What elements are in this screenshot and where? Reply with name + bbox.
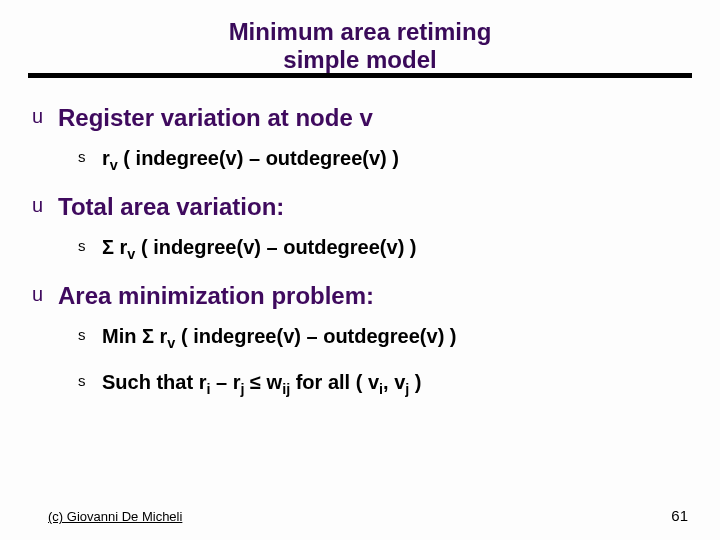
title-block: Minimum area retiming simple model: [28, 18, 692, 73]
formula-text: rv ( indegree(v) – outdegree(v) ): [102, 145, 399, 175]
heading-text: Total area variation:: [58, 191, 284, 222]
heading-text: Area minimization problem:: [58, 280, 374, 311]
slide-title-line1: Minimum area retiming: [28, 18, 692, 46]
slide-title-line2: simple model: [28, 46, 692, 74]
formula-text: Min Σ rv ( indegree(v) – outdegree(v) ): [102, 323, 457, 353]
formula-text: Σ rv ( indegree(v) – outdegree(v) ): [102, 234, 417, 264]
bullet-lvl2-icon: s: [78, 323, 102, 347]
slide: Minimum area retiming simple model u Reg…: [0, 0, 720, 540]
subbullet-min-sigma: s Min Σ rv ( indegree(v) – outdegree(v) …: [78, 323, 692, 353]
subbullet-rv-degree: s rv ( indegree(v) – outdegree(v) ): [78, 145, 692, 175]
bullet-lvl1-icon: u: [32, 102, 58, 130]
copyright-footer: (c) Giovanni De Micheli: [48, 509, 182, 524]
formula-text: Such that ri – rj ≤ wij for all ( vi, vj…: [102, 369, 422, 399]
subbullet-sigma-rv: s Σ rv ( indegree(v) – outdegree(v) ): [78, 234, 692, 264]
bullet-lvl2-icon: s: [78, 234, 102, 258]
subbullet-constraint: s Such that ri – rj ≤ wij for all ( vi, …: [78, 369, 692, 399]
slide-content: u Register variation at node v s rv ( in…: [28, 102, 692, 398]
heading-text: Register variation at node v: [58, 102, 373, 133]
bullet-lvl1-icon: u: [32, 280, 58, 308]
page-number: 61: [671, 507, 688, 524]
title-underline: [28, 73, 692, 78]
bullet-register-variation: u Register variation at node v: [32, 102, 692, 133]
bullet-total-area: u Total area variation:: [32, 191, 692, 222]
bullet-lvl2-icon: s: [78, 369, 102, 393]
bullet-lvl1-icon: u: [32, 191, 58, 219]
bullet-area-minimization: u Area minimization problem:: [32, 280, 692, 311]
bullet-lvl2-icon: s: [78, 145, 102, 169]
